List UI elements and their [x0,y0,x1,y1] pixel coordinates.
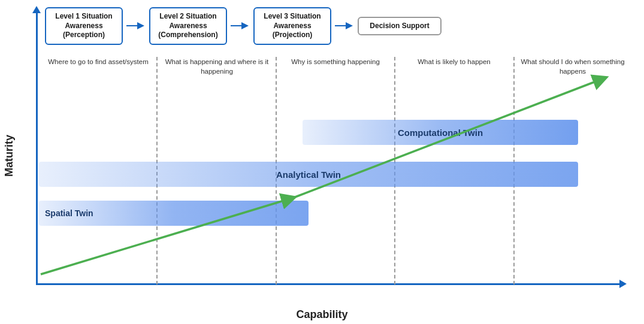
chart-area: Maturity Capability Level 1 SituationAwa… [0,0,644,324]
box2-title: Level 2 SituationAwareness(Comprehension… [156,12,220,40]
awareness-box-2: Level 2 SituationAwareness(Comprehension… [149,7,227,45]
spatial-twin-band: Spatial Twin [39,201,309,226]
analytical-twin-label: Analytical Twin [276,169,341,180]
computational-twin-band: Computational Twin [303,120,578,145]
top-boxes-row: Level 1 SituationAwareness(Perception) L… [45,7,632,45]
box1-title: Level 1 SituationAwareness(Perception) [52,12,116,40]
arrow-2 [229,21,251,31]
arrow-1 [125,21,147,31]
box4-title: Decision Support [365,22,434,31]
computational-twin-label: Computational Twin [398,128,483,138]
box3-title: Level 3 SituationAwareness(Projection) [261,12,324,40]
y-axis-label: Maturity [3,120,16,192]
y-axis [36,9,38,284]
spatial-twin-label: Spatial Twin [45,208,93,218]
y-axis-arrow [32,6,41,13]
awareness-box-1: Level 1 SituationAwareness(Perception) [45,7,123,45]
analytical-twin-band: Analytical Twin [39,162,578,187]
x-axis-label: Capability [0,308,644,321]
arrow-3 [334,21,355,31]
awareness-box-4: Decision Support [358,17,442,36]
awareness-box-3: Level 3 SituationAwareness(Projection) [253,7,331,45]
